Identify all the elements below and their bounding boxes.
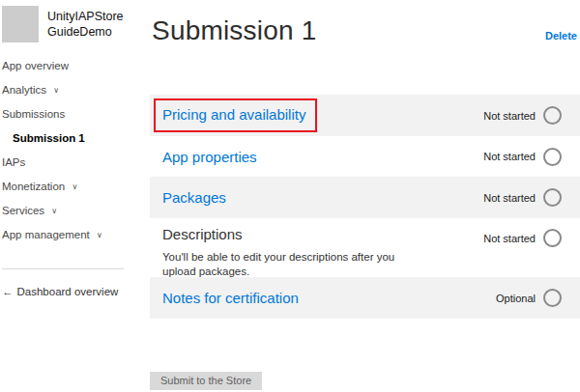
descriptions-text-block: Descriptions You'll be able to edit your… [162,218,425,279]
delete-button[interactable]: Delete [545,30,577,42]
submission-checklist: Pricing and availability Not started App… [150,95,580,319]
status-label: Not started [483,192,536,204]
chevron-down-icon: ∨ [72,182,77,191]
back-arrow-icon: ← [2,286,14,297]
sidebar-item-label: Analytics [2,84,46,96]
status-circle-icon [543,289,562,307]
chevron-down-icon: ∨ [97,231,102,239]
status-circle-icon [543,148,562,166]
status-group: Not started [483,106,580,125]
row-pricing-and-availability: Pricing and availability Not started [150,95,580,136]
sidebar-item-label: Submissions [2,108,65,120]
sidebar-nav: App overview Analytics ∨ Submissions Sub… [0,59,143,297]
app-name: UnityIAPStore GuideDemo [39,6,124,42]
back-link-label: Dashboard overview [17,286,119,297]
sidebar-item-monetization[interactable]: Monetization ∨ [0,180,143,195]
app-name-line1: UnityIAPStore [47,9,124,24]
sidebar-item-analytics[interactable]: Analytics ∨ [0,83,143,98]
sidebar: UnityIAPStore GuideDemo App overview Ana… [0,0,143,392]
sidebar-item-label: Submission 1 [13,132,85,144]
sidebar-item-label: App overview [2,60,69,71]
sidebar-item-app-overview[interactable]: App overview [0,59,143,74]
chevron-down-icon: ∨ [53,86,59,95]
notes-for-certification-link[interactable]: Notes for certification [162,290,299,306]
app-name-line2: GuideDemo [47,24,124,40]
sidebar-item-label: Monetization [2,181,65,192]
main-header: Submission 1 Delete [150,0,580,95]
sidebar-item-label: Services [2,205,44,216]
packages-link[interactable]: Packages [162,189,226,206]
sidebar-item-submission-1[interactable]: Submission 1 [0,131,143,147]
sidebar-item-services[interactable]: Services ∨ [0,204,143,219]
sidebar-divider [2,268,124,269]
descriptions-title: Descriptions [162,226,425,242]
sidebar-item-label: App management [2,229,90,240]
submit-to-store-button[interactable]: Submit to the Store [150,372,262,390]
status-circle-icon [543,229,562,247]
status-circle-icon [543,188,562,207]
submission-page: UnityIAPStore GuideDemo App overview Ana… [0,0,580,392]
main-content: Submission 1 Delete Pricing and availabi… [150,0,580,392]
app-header: UnityIAPStore GuideDemo [0,0,143,42]
status-group: Not started [483,148,580,166]
row-app-properties: App properties Not started [150,136,580,177]
sidebar-item-label: IAPs [2,156,25,168]
row-descriptions: Descriptions You'll be able to edit your… [150,218,580,277]
descriptions-subtext: You'll be able to edit your descriptions… [162,250,425,279]
status-circle-icon [543,106,562,125]
status-group: Not started [483,218,580,247]
status-label: Optional [496,293,536,304]
status-label: Not started [483,233,536,244]
app-properties-link[interactable]: App properties [162,149,257,165]
highlight-box: Pricing and availability [154,98,317,132]
sidebar-item-iaps[interactable]: IAPs [0,155,143,171]
status-group: Not started [483,188,580,207]
status-label: Not started [483,110,536,122]
row-notes-for-certification: Notes for certification Optional [150,277,580,319]
row-packages: Packages Not started [150,177,580,218]
pricing-and-availability-link[interactable]: Pricing and availability [162,106,305,123]
sidebar-item-app-management[interactable]: App management ∨ [0,228,143,243]
page-title: Submission 1 [152,15,316,46]
status-label: Not started [483,151,536,162]
chevron-down-icon: ∨ [51,207,57,215]
sidebar-item-dashboard-overview[interactable]: ←Dashboard overview [2,286,143,297]
app-icon [2,6,39,42]
sidebar-item-submissions[interactable]: Submissions [0,107,143,123]
status-group: Optional [496,289,580,307]
